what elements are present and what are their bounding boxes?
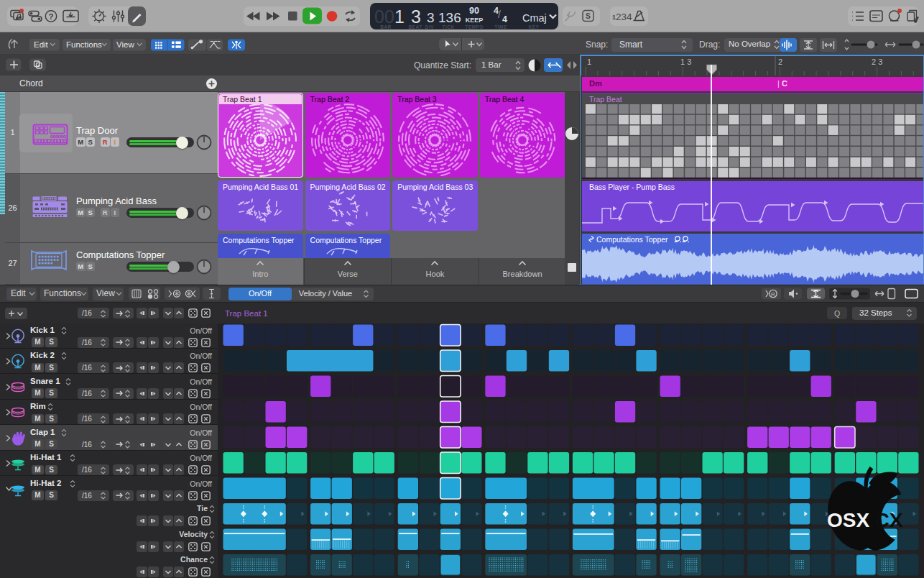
svg-text:/: / [498,9,501,20]
svg-text:1: 1 [394,6,405,27]
svg-text:136: 136 [438,10,461,25]
svg-text:BEAT: BEAT [408,24,422,29]
svg-text:TIME: TIME [494,24,507,29]
svg-text:Functions: Functions [66,40,102,49]
svg-text:OSX: OSX [827,509,869,531]
svg-text:BAR: BAR [380,24,392,29]
svg-text:3: 3 [427,10,435,25]
svg-text:R: R [771,291,775,298]
svg-text:KEY: KEY [529,24,540,29]
svg-text:4: 4 [502,14,507,24]
svg-text:TEMPO: TEMPO [465,24,484,29]
svg-text:234: 234 [616,12,632,22]
svg-text:Edit: Edit [34,40,49,49]
svg-text:Cmaj: Cmaj [522,12,547,24]
svg-text:DIV: DIV [425,24,435,29]
svg-text:.CX: .CX [869,509,903,531]
svg-text:90: 90 [469,6,479,16]
svg-text:?: ? [48,12,53,21]
svg-text:KEEP: KEEP [466,17,484,24]
svg-text:TICK: TICK [442,24,454,29]
svg-text:S: S [586,12,591,20]
svg-text:View: View [116,40,134,49]
